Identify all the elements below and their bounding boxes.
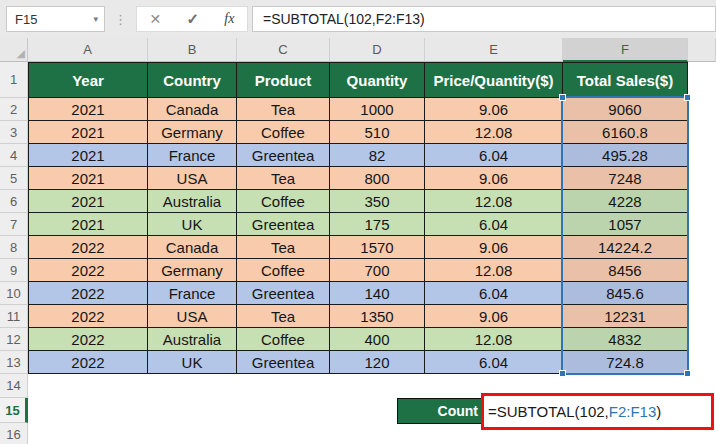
cell-E13[interactable]: 6.04 (425, 351, 563, 374)
cell-E12[interactable]: 12.08 (425, 328, 563, 351)
select-all-corner[interactable]: ◢ (0, 38, 28, 62)
count-label-cell[interactable]: Count (397, 398, 484, 424)
cell-A6[interactable]: 2021 (28, 190, 148, 213)
cell-A3[interactable]: 2021 (28, 121, 148, 144)
cell-C2[interactable]: Tea (237, 98, 330, 121)
cell-A12[interactable]: 2022 (28, 328, 148, 351)
cell-C13[interactable]: Greentea (237, 351, 330, 374)
cell-C6[interactable]: Coffee (237, 190, 330, 213)
cell-A13[interactable]: 2022 (28, 351, 148, 374)
cell-B8[interactable]: Canada (148, 236, 237, 259)
col-header-F[interactable]: F (563, 38, 688, 62)
cell-C7[interactable]: Greentea (237, 213, 330, 236)
cell-B6[interactable]: Australia (148, 190, 237, 213)
cell-E2[interactable]: 9.06 (425, 98, 563, 121)
name-box-dropdown-icon[interactable]: ▾ (93, 14, 104, 24)
cell-C11[interactable]: Tea (237, 305, 330, 328)
cell-E4[interactable]: 6.04 (425, 144, 563, 167)
cell-D9[interactable]: 700 (330, 259, 425, 282)
row-header-16[interactable]: 16 (0, 423, 28, 444)
selection-handle-top-right[interactable] (684, 94, 691, 101)
cell-E8[interactable]: 9.06 (425, 236, 563, 259)
cell-E10[interactable]: 6.04 (425, 282, 563, 305)
cell-A11[interactable]: 2022 (28, 305, 148, 328)
cell-D12[interactable]: 400 (330, 328, 425, 351)
row-header-3[interactable]: 3 (0, 121, 28, 144)
cell-B7[interactable]: UK (148, 213, 237, 236)
cell-C10[interactable]: Greentea (237, 282, 330, 305)
cell-B5[interactable]: USA (148, 167, 237, 190)
cell-D13[interactable]: 120 (330, 351, 425, 374)
cell-A9[interactable]: 2022 (28, 259, 148, 282)
cell-E11[interactable]: 9.06 (425, 305, 563, 328)
cell-A8[interactable]: 2022 (28, 236, 148, 259)
selection-handle-bottom-left[interactable] (559, 370, 566, 377)
col-header-E[interactable]: E (425, 38, 563, 62)
row-header-13[interactable]: 13 (0, 351, 28, 374)
cell-D5[interactable]: 800 (330, 167, 425, 190)
cell-C8[interactable]: Tea (237, 236, 330, 259)
row-header-10[interactable]: 10 (0, 282, 28, 305)
cell-D6[interactable]: 350 (330, 190, 425, 213)
cell-B10[interactable]: France (148, 282, 237, 305)
cell-E9[interactable]: 12.08 (425, 259, 563, 282)
cell-B3[interactable]: Germany (148, 121, 237, 144)
col-header-B[interactable]: B (148, 38, 237, 62)
cell-A7[interactable]: 2021 (28, 213, 148, 236)
cell-D10[interactable]: 140 (330, 282, 425, 305)
enter-icon[interactable]: ✓ (187, 10, 200, 28)
cell-A2[interactable]: 2021 (28, 98, 148, 121)
row-header-8[interactable]: 8 (0, 236, 28, 259)
row-header-1[interactable]: 1 (0, 62, 28, 98)
row-header-6[interactable]: 6 (0, 190, 28, 213)
col-header-C[interactable]: C (237, 38, 330, 62)
cell-F1[interactable]: Total Sales($) (563, 62, 688, 98)
cell-E3[interactable]: 12.08 (425, 121, 563, 144)
cell-B1[interactable]: Country (148, 62, 237, 98)
row-header-2[interactable]: 2 (0, 98, 28, 121)
row-header-12[interactable]: 12 (0, 328, 28, 351)
col-header-A[interactable]: A (28, 38, 148, 62)
row-header-11[interactable]: 11 (0, 305, 28, 328)
insert-function-icon[interactable]: fx (224, 11, 234, 27)
col-header-D[interactable]: D (330, 38, 425, 62)
cell-A10[interactable]: 2022 (28, 282, 148, 305)
cell-D8[interactable]: 1570 (330, 236, 425, 259)
cell-D11[interactable]: 1350 (330, 305, 425, 328)
cell-E6[interactable]: 12.08 (425, 190, 563, 213)
cell-C9[interactable]: Coffee (237, 259, 330, 282)
cell-D2[interactable]: 1000 (330, 98, 425, 121)
row-header-7[interactable]: 7 (0, 213, 28, 236)
cell-C1[interactable]: Product (237, 62, 330, 98)
selection-handle-bottom-right[interactable] (684, 370, 691, 377)
row-header-14[interactable]: 14 (0, 374, 28, 398)
cell-C12[interactable]: Coffee (237, 328, 330, 351)
cell-B12[interactable]: Australia (148, 328, 237, 351)
cancel-icon[interactable]: ✕ (150, 11, 162, 27)
cell-D7[interactable]: 175 (330, 213, 425, 236)
cell-B13[interactable]: UK (148, 351, 237, 374)
cell-E5[interactable]: 9.06 (425, 167, 563, 190)
cell-D3[interactable]: 510 (330, 121, 425, 144)
cell-A4[interactable]: 2021 (28, 144, 148, 167)
cell-B4[interactable]: France (148, 144, 237, 167)
cell-C3[interactable]: Coffee (237, 121, 330, 144)
name-box[interactable]: F15 ▾ (6, 6, 105, 32)
cell-E1[interactable]: Price/Quantity($) (425, 62, 563, 98)
cell-E7[interactable]: 6.04 (425, 213, 563, 236)
selection-handle-top-left[interactable] (559, 94, 566, 101)
cell-C5[interactable]: Tea (237, 167, 330, 190)
cell-A1[interactable]: Year (28, 62, 148, 98)
cell-D1[interactable]: Quantity (330, 62, 425, 98)
cell-B9[interactable]: Germany (148, 259, 237, 282)
row-header-5[interactable]: 5 (0, 167, 28, 190)
cell-D4[interactable]: 82 (330, 144, 425, 167)
formula-input[interactable]: =SUBTOTAL(102,F2:F13) (252, 6, 716, 32)
cell-B2[interactable]: Canada (148, 98, 237, 121)
row-header-4[interactable]: 4 (0, 144, 28, 167)
cell-B11[interactable]: USA (148, 305, 237, 328)
cell-C4[interactable]: Greentea (237, 144, 330, 167)
row-header-15[interactable]: 15 (0, 398, 28, 423)
selection-range-F2-F13[interactable] (561, 96, 689, 375)
row-header-9[interactable]: 9 (0, 259, 28, 282)
